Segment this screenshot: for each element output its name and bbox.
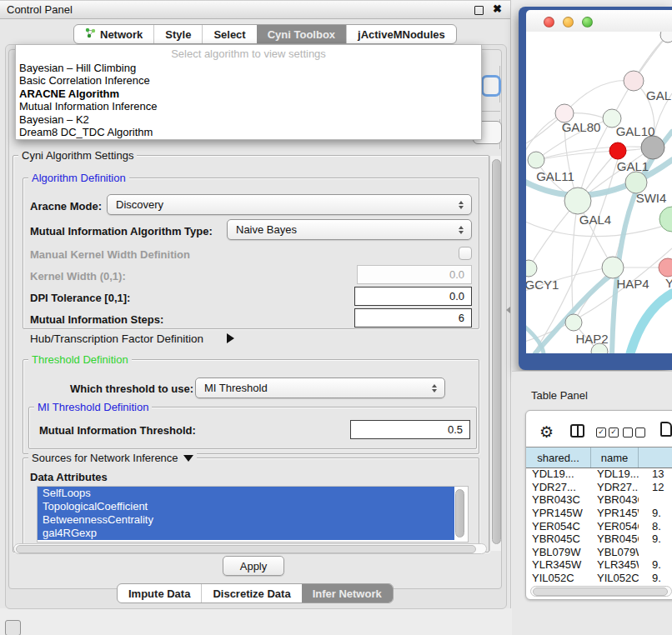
node-gal4[interactable]	[564, 188, 591, 214]
table-row[interactable]: YBL079WYBL079W	[526, 546, 672, 559]
collapse-arrow-icon[interactable]	[183, 455, 193, 462]
attribute-item-selfloops[interactable]: SelfLoops	[38, 487, 454, 500]
table-cell: 9.	[639, 507, 672, 519]
settings-horizontal-scrollbar[interactable]	[13, 543, 487, 554]
algorithm-option-basic-correlation-inference[interactable]: Basic Correlation Inference	[16, 74, 481, 87]
table-row[interactable]: YER054CYER054C8.	[526, 519, 672, 532]
column-browser-icon[interactable]	[570, 424, 584, 438]
node-hap4[interactable]	[602, 257, 624, 278]
dpi-tolerance-field[interactable]: 0.0	[354, 287, 472, 306]
which-threshold-combo[interactable]: MI Threshold	[195, 378, 445, 398]
algorithm-dropdown-popup: Select algorithm to view settings Bayesi…	[15, 44, 482, 140]
mi-type-value: Naive Bayes	[236, 223, 297, 236]
expand-arrow-icon[interactable]	[227, 333, 234, 343]
close-icon[interactable]: ✖	[493, 2, 502, 15]
table-cell: YDL19...	[526, 468, 591, 480]
node-label-gal4: GAL4	[579, 212, 611, 227]
kernel-width-field[interactable]: 0.0	[357, 265, 472, 284]
tab-infer-network[interactable]: Infer Network	[302, 584, 393, 602]
table-row[interactable]: YBR045CYBR045C9.	[526, 532, 672, 546]
table-header: shared...name	[526, 447, 672, 468]
manual-kernel-checkbox[interactable]	[459, 247, 472, 260]
attribute-item-betweennesscentrality[interactable]: BetweennessCentrality	[38, 513, 454, 527]
node-green-right[interactable]	[659, 207, 672, 232]
network-edge	[536, 151, 618, 160]
which-threshold-label: Which threshold to use:	[70, 382, 193, 395]
node-gal-right[interactable]	[624, 71, 644, 91]
tab-impute-data[interactable]: Impute Data	[118, 584, 201, 602]
table-cell: YDR27...	[591, 481, 639, 493]
node-label-gal: GAL	[646, 88, 671, 102]
mi-type-combo[interactable]: Naive Bayes	[227, 219, 472, 240]
column-header-partial[interactable]	[639, 448, 672, 468]
node-gray[interactable]	[641, 136, 664, 159]
node-salmon-right[interactable]	[659, 258, 672, 277]
network-canvas[interactable]: GALGAL80GAL10GAL1GAL11SWI4GAL4GCY1HAP4YH…	[526, 32, 672, 353]
table-row[interactable]: YIL052CYIL052C9.	[526, 572, 672, 582]
table-row[interactable]: YDR27...YDR27...12	[526, 481, 672, 494]
network-thick-edge	[526, 322, 544, 353]
focused-combo-fragment[interactable]	[481, 75, 501, 97]
node-gcy1[interactable]	[526, 260, 537, 277]
table-cell: YBR045C	[526, 532, 591, 545]
table-cell: YBR043C	[526, 493, 591, 506]
settings-vertical-scrollbar[interactable]	[489, 156, 501, 551]
tab-cyni-toolbox[interactable]: Cyni Toolbox	[257, 25, 346, 43]
algorithm-option-dream8-dc-tdc-algorithm[interactable]: Dream8 DC_TDC Algorithm	[16, 126, 481, 138]
top-tab-bar: NetworkStyleSelectCyni ToolboxjActiveMNo…	[73, 24, 457, 44]
tab-style[interactable]: Style	[153, 25, 202, 43]
table-row[interactable]: YPR145WYPR145W9.	[526, 507, 672, 520]
apply-button[interactable]: Apply	[223, 556, 284, 576]
column-header-shared[interactable]: shared...	[526, 448, 591, 468]
network-window-titlebar[interactable]	[526, 10, 672, 32]
algorithm-option-bayesian-k2[interactable]: Bayesian – K2	[16, 113, 481, 126]
node-hap2[interactable]	[565, 314, 582, 331]
table-row[interactable]: YBR043CYBR043C	[526, 493, 672, 507]
zoom-traffic-light[interactable]	[582, 17, 593, 28]
splitter-collapse-icon[interactable]	[506, 307, 510, 313]
node-gal11[interactable]	[528, 152, 544, 168]
tab-label: Network	[100, 28, 143, 41]
algorithm-option-aracne-algorithm[interactable]: ARACNE Algorithm	[16, 88, 481, 100]
close-traffic-light[interactable]	[544, 17, 554, 28]
algorithm-option-mutual-information-inference[interactable]: Mutual Information Inference	[16, 100, 481, 112]
mi-threshold-field[interactable]: 0.5	[350, 420, 470, 439]
tab-label: Infer Network	[313, 588, 382, 600]
gear-icon[interactable]: ⚙	[539, 422, 554, 442]
tab-label: Discretize Data	[213, 588, 290, 600]
tab-jactivemnodules[interactable]: jActiveMNodules	[346, 25, 456, 43]
table-cell: YER054C	[526, 520, 591, 532]
data-attributes-list[interactable]: SelfLoopsTopologicalCoefficientBetweenne…	[37, 486, 469, 542]
tab-network[interactable]: Network	[74, 25, 153, 43]
minimize-traffic-light[interactable]	[563, 17, 574, 28]
export-table-icon[interactable]	[660, 422, 672, 437]
table-row[interactable]: YDL19...YDL19...13	[526, 468, 672, 481]
algorithm-option-bayesian-hill-climbing[interactable]: Bayesian – Hill Climbing	[16, 62, 481, 74]
minimized-panel-icon[interactable]	[5, 620, 21, 635]
attribute-item-topologicalcoefficient[interactable]: TopologicalCoefficient	[38, 500, 454, 513]
column-header-name[interactable]: name	[591, 448, 639, 468]
data-attributes-label: Data Attributes	[30, 471, 108, 483]
table-row[interactable]: YLR345WYLR345W9.	[526, 558, 672, 572]
deselect-all-icon[interactable]	[623, 428, 645, 438]
table-horizontal-scrollbar[interactable]	[530, 586, 672, 597]
kernel-width-label: Kernel Width (0,1):	[30, 270, 126, 282]
network-graph-icon	[85, 28, 96, 41]
table-cell: 8.	[639, 520, 672, 532]
tab-select[interactable]: Select	[202, 25, 256, 43]
mi-steps-value: 6	[459, 312, 464, 324]
table-cell: 9.	[639, 572, 672, 582]
table-cell: YPR145W	[591, 507, 639, 519]
tab-discretize-data[interactable]: Discretize Data	[201, 584, 301, 602]
control-panel-titlebar: Control Panel ✖	[0, 1, 510, 19]
select-all-icon[interactable]: ✓✓	[596, 428, 619, 438]
table-cell: YLR345W	[591, 558, 639, 571]
attribute-item-gal4rgexp[interactable]: gal4RGexp	[38, 527, 454, 540]
aracne-mode-combo[interactable]: Discovery	[107, 194, 472, 215]
mi-type-label: Mutual Information Algorithm Type:	[30, 225, 213, 238]
hub-definition-label: Hub/Transcription Factor Definition	[30, 332, 203, 345]
node-gal1[interactable]	[609, 142, 626, 159]
attributes-scrollbar[interactable]	[454, 487, 465, 540]
mi-steps-field[interactable]: 6	[354, 308, 472, 328]
float-window-icon[interactable]	[474, 6, 484, 15]
